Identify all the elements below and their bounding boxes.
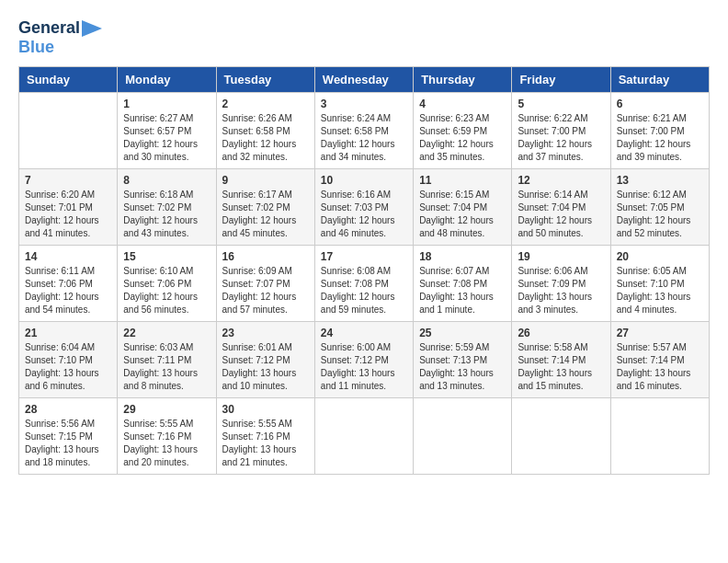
day-number: 29 <box>123 403 210 416</box>
day-number: 1 <box>123 98 210 110</box>
day-number: 30 <box>222 403 309 416</box>
day-number: 4 <box>419 98 506 110</box>
day-detail: Sunrise: 6:15 AM Sunset: 7:04 PM Dayligh… <box>419 189 506 240</box>
day-detail: Sunrise: 6:10 AM Sunset: 7:06 PM Dayligh… <box>123 265 210 316</box>
day-detail: Sunrise: 6:01 AM Sunset: 7:12 PM Dayligh… <box>222 341 309 393</box>
header-cell-monday: Monday <box>118 67 216 93</box>
day-detail: Sunrise: 6:23 AM Sunset: 6:59 PM Dayligh… <box>419 112 506 164</box>
day-cell: 9Sunrise: 6:17 AM Sunset: 7:02 PM Daylig… <box>216 169 314 246</box>
day-cell: 8Sunrise: 6:18 AM Sunset: 7:02 PM Daylig… <box>118 169 216 246</box>
day-cell <box>414 398 512 475</box>
day-detail: Sunrise: 6:11 AM Sunset: 7:06 PM Dayligh… <box>25 265 111 316</box>
day-detail: Sunrise: 6:03 AM Sunset: 7:11 PM Dayligh… <box>123 341 210 393</box>
day-number: 27 <box>617 327 703 339</box>
calendar: SundayMondayTuesdayWednesdayThursdayFrid… <box>18 66 710 475</box>
day-cell: 13Sunrise: 6:12 AM Sunset: 7:05 PM Dayli… <box>610 169 709 246</box>
day-detail: Sunrise: 6:20 AM Sunset: 7:01 PM Dayligh… <box>25 189 111 240</box>
day-cell <box>610 398 709 475</box>
day-detail: Sunrise: 6:22 AM Sunset: 7:00 PM Dayligh… <box>518 112 604 164</box>
week-row-4: 21Sunrise: 6:04 AM Sunset: 7:10 PM Dayli… <box>19 322 710 398</box>
day-number: 9 <box>222 174 309 187</box>
logo-arrow-icon <box>82 20 102 37</box>
day-detail: Sunrise: 6:17 AM Sunset: 7:02 PM Dayligh… <box>222 189 309 240</box>
day-cell <box>512 398 610 475</box>
day-cell: 12Sunrise: 6:14 AM Sunset: 7:04 PM Dayli… <box>512 169 610 246</box>
day-cell: 26Sunrise: 5:58 AM Sunset: 7:14 PM Dayli… <box>512 322 610 398</box>
day-cell: 22Sunrise: 6:03 AM Sunset: 7:11 PM Dayli… <box>118 322 216 398</box>
header-row: SundayMondayTuesdayWednesdayThursdayFrid… <box>19 67 710 93</box>
day-number: 5 <box>518 98 604 110</box>
day-cell: 30Sunrise: 5:55 AM Sunset: 7:16 PM Dayli… <box>216 398 314 475</box>
day-detail: Sunrise: 6:05 AM Sunset: 7:10 PM Dayligh… <box>617 265 703 316</box>
day-number: 10 <box>321 174 407 187</box>
day-cell: 7Sunrise: 6:20 AM Sunset: 7:01 PM Daylig… <box>19 169 118 246</box>
header: General Blue <box>18 18 710 57</box>
day-number: 12 <box>518 174 604 187</box>
day-number: 18 <box>419 250 506 263</box>
day-detail: Sunrise: 6:24 AM Sunset: 6:58 PM Dayligh… <box>321 112 407 164</box>
day-cell: 25Sunrise: 5:59 AM Sunset: 7:13 PM Dayli… <box>414 322 512 398</box>
header-cell-friday: Friday <box>512 67 610 93</box>
day-detail: Sunrise: 6:07 AM Sunset: 7:08 PM Dayligh… <box>419 265 506 316</box>
day-cell: 2Sunrise: 6:26 AM Sunset: 6:58 PM Daylig… <box>216 93 314 169</box>
logo: General Blue <box>18 18 106 57</box>
day-cell: 29Sunrise: 5:55 AM Sunset: 7:16 PM Dayli… <box>118 398 216 475</box>
day-cell <box>19 93 118 169</box>
day-detail: Sunrise: 6:16 AM Sunset: 7:03 PM Dayligh… <box>321 189 407 240</box>
calendar-body: 1Sunrise: 6:27 AM Sunset: 6:57 PM Daylig… <box>19 93 710 475</box>
day-number: 25 <box>419 327 506 339</box>
day-detail: Sunrise: 6:04 AM Sunset: 7:10 PM Dayligh… <box>25 341 111 393</box>
day-number: 7 <box>25 174 111 187</box>
day-number: 20 <box>617 250 703 263</box>
day-number: 8 <box>123 174 210 187</box>
header-cell-sunday: Sunday <box>19 67 118 93</box>
day-number: 24 <box>321 327 407 339</box>
day-cell: 6Sunrise: 6:21 AM Sunset: 7:00 PM Daylig… <box>610 93 709 169</box>
day-cell: 15Sunrise: 6:10 AM Sunset: 7:06 PM Dayli… <box>118 246 216 322</box>
day-cell: 14Sunrise: 6:11 AM Sunset: 7:06 PM Dayli… <box>19 246 118 322</box>
day-number: 14 <box>25 250 111 263</box>
day-number: 26 <box>518 327 604 339</box>
logo-container: General Blue <box>18 18 102 57</box>
day-number: 2 <box>222 98 309 110</box>
day-cell: 4Sunrise: 6:23 AM Sunset: 6:59 PM Daylig… <box>414 93 512 169</box>
day-cell: 21Sunrise: 6:04 AM Sunset: 7:10 PM Dayli… <box>19 322 118 398</box>
day-detail: Sunrise: 6:27 AM Sunset: 6:57 PM Dayligh… <box>123 112 210 164</box>
day-detail: Sunrise: 5:55 AM Sunset: 7:16 PM Dayligh… <box>222 418 309 469</box>
logo-text-general: General <box>18 18 80 38</box>
week-row-5: 28Sunrise: 5:56 AM Sunset: 7:15 PM Dayli… <box>19 398 710 475</box>
day-cell: 18Sunrise: 6:07 AM Sunset: 7:08 PM Dayli… <box>414 246 512 322</box>
day-detail: Sunrise: 6:00 AM Sunset: 7:12 PM Dayligh… <box>321 341 407 393</box>
day-cell: 28Sunrise: 5:56 AM Sunset: 7:15 PM Dayli… <box>19 398 118 475</box>
day-cell: 19Sunrise: 6:06 AM Sunset: 7:09 PM Dayli… <box>512 246 610 322</box>
day-number: 3 <box>321 98 407 110</box>
day-detail: Sunrise: 5:59 AM Sunset: 7:13 PM Dayligh… <box>419 341 506 393</box>
day-detail: Sunrise: 6:06 AM Sunset: 7:09 PM Dayligh… <box>518 265 604 316</box>
day-number: 17 <box>321 250 407 263</box>
day-cell: 1Sunrise: 6:27 AM Sunset: 6:57 PM Daylig… <box>118 93 216 169</box>
day-cell: 23Sunrise: 6:01 AM Sunset: 7:12 PM Dayli… <box>216 322 314 398</box>
day-number: 23 <box>222 327 309 339</box>
day-number: 11 <box>419 174 506 187</box>
header-cell-tuesday: Tuesday <box>216 67 314 93</box>
week-row-2: 7Sunrise: 6:20 AM Sunset: 7:01 PM Daylig… <box>19 169 710 246</box>
day-cell: 20Sunrise: 6:05 AM Sunset: 7:10 PM Dayli… <box>610 246 709 322</box>
day-number: 13 <box>617 174 703 187</box>
day-detail: Sunrise: 5:58 AM Sunset: 7:14 PM Dayligh… <box>518 341 604 393</box>
logo-text-blue: Blue <box>18 38 54 57</box>
day-detail: Sunrise: 6:14 AM Sunset: 7:04 PM Dayligh… <box>518 189 604 240</box>
svg-marker-0 <box>82 20 102 37</box>
day-number: 22 <box>123 327 210 339</box>
calendar-header: SundayMondayTuesdayWednesdayThursdayFrid… <box>19 67 710 93</box>
day-detail: Sunrise: 6:08 AM Sunset: 7:08 PM Dayligh… <box>321 265 407 316</box>
header-cell-wednesday: Wednesday <box>314 67 413 93</box>
day-number: 21 <box>25 327 111 339</box>
week-row-3: 14Sunrise: 6:11 AM Sunset: 7:06 PM Dayli… <box>19 246 710 322</box>
day-cell: 27Sunrise: 5:57 AM Sunset: 7:14 PM Dayli… <box>610 322 709 398</box>
day-detail: Sunrise: 5:56 AM Sunset: 7:15 PM Dayligh… <box>25 418 111 469</box>
day-detail: Sunrise: 6:18 AM Sunset: 7:02 PM Dayligh… <box>123 189 210 240</box>
day-number: 19 <box>518 250 604 263</box>
day-cell: 5Sunrise: 6:22 AM Sunset: 7:00 PM Daylig… <box>512 93 610 169</box>
week-row-1: 1Sunrise: 6:27 AM Sunset: 6:57 PM Daylig… <box>19 93 710 169</box>
day-detail: Sunrise: 6:26 AM Sunset: 6:58 PM Dayligh… <box>222 112 309 164</box>
